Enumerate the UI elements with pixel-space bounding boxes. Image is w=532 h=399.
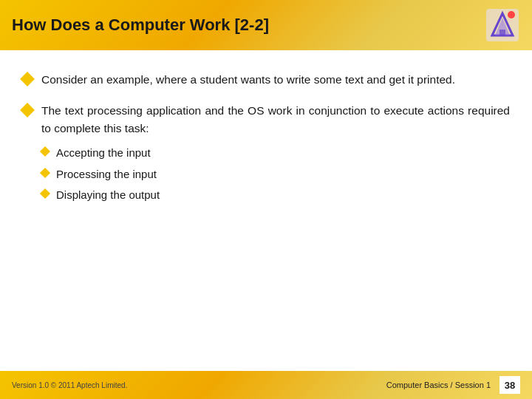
slide: How Does a Computer Work [2-2] Consider … (0, 0, 532, 399)
sub-diamond-1 (40, 146, 50, 157)
footer-bar: Version 1.0 © 2011 Aptech Limited. Compu… (0, 371, 532, 399)
footer-page-number: 38 (499, 376, 520, 394)
footer-session-label: Computer Basics / Session 1 (386, 381, 491, 389)
sub-bullet-text-2: Processing the input (56, 166, 157, 183)
sub-bullet-item-2: Processing the input (41, 166, 160, 183)
sub-diamond-2 (40, 167, 50, 177)
aptech-logo (485, 7, 520, 43)
svg-rect-4 (499, 30, 505, 35)
slide-content: Consider an example, where a student wan… (0, 50, 532, 399)
sub-bullet-list: Accepting the input Processing the input… (41, 145, 160, 204)
bullet-diamond-1 (20, 72, 35, 86)
bullet-text-2: The text processing application and the … (41, 102, 510, 137)
footer-right-section: Computer Basics / Session 1 38 (386, 376, 520, 394)
sub-bullet-item-3: Displaying the output (41, 187, 160, 204)
svg-point-3 (508, 11, 515, 18)
slide-title: How Does a Computer Work [2-2] (12, 16, 269, 35)
bullet-diamond-2 (20, 103, 35, 117)
slide-header: How Does a Computer Work [2-2] (0, 0, 532, 50)
bullet-text-1: Consider an example, where a student wan… (41, 71, 455, 89)
bullet-item-2: The text processing application and the … (22, 102, 510, 204)
sub-bullet-item-1: Accepting the input (41, 145, 160, 162)
bullet-item-1: Consider an example, where a student wan… (22, 71, 510, 89)
sub-bullet-text-3: Displaying the output (56, 187, 160, 204)
sub-diamond-3 (40, 188, 50, 199)
footer-copyright: Version 1.0 © 2011 Aptech Limited. (12, 381, 127, 389)
sub-bullet-text-1: Accepting the input (56, 145, 151, 162)
